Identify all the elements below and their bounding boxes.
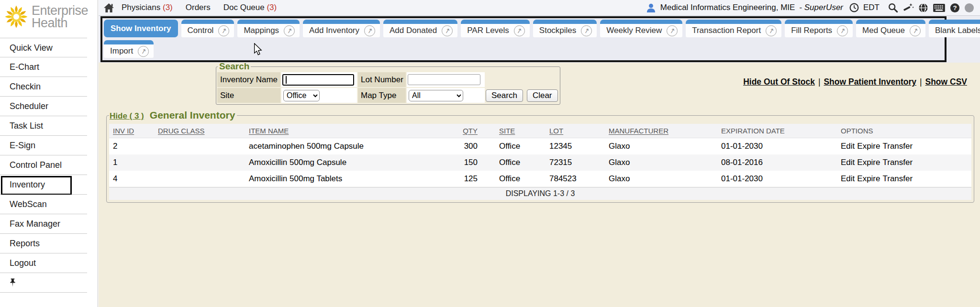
topbar-nav-orders[interactable]: Orders xyxy=(186,3,211,12)
app-logo: Enterprise Health xyxy=(0,0,98,31)
lot-number-input[interactable] xyxy=(408,74,480,85)
external-link-icon[interactable]: ↗ xyxy=(442,25,453,36)
cell-options: EditExpireTransfer xyxy=(837,154,971,171)
tab-par-levels[interactable]: PAR Levels↗ xyxy=(461,20,530,37)
transfer-action[interactable]: Transfer xyxy=(882,158,913,167)
external-link-icon[interactable]: ↗ xyxy=(667,25,678,36)
expire-action[interactable]: Expire xyxy=(857,174,880,183)
external-link-icon[interactable]: ↗ xyxy=(581,25,592,36)
link-show-patient-inventory[interactable]: Show Patient Inventory xyxy=(824,77,916,87)
tab-mappings[interactable]: Mappings↗ xyxy=(237,20,300,37)
external-link-icon[interactable]: ↗ xyxy=(766,25,777,36)
cell-site: Office xyxy=(487,171,546,187)
wand-button[interactable] xyxy=(902,2,914,13)
topbar-nav: Physicians (3)OrdersDoc Queue (3) xyxy=(122,3,277,12)
home-button[interactable] xyxy=(103,3,114,13)
edit-action[interactable]: Edit xyxy=(841,174,855,183)
status-dot-icon xyxy=(964,3,974,13)
sidebar-item-e-sign[interactable]: E-Sign xyxy=(0,136,87,155)
external-link-icon[interactable]: ↗ xyxy=(910,25,921,36)
inventory-name-input[interactable] xyxy=(282,74,354,86)
expire-action[interactable]: Expire xyxy=(857,158,880,167)
user-role: - SuperUser xyxy=(799,3,843,12)
sidebar-item-reports[interactable]: Reports xyxy=(0,234,87,253)
transfer-action[interactable]: Transfer xyxy=(882,142,913,151)
link-show-csv[interactable]: Show CSV xyxy=(925,77,967,87)
cell-drug-class xyxy=(154,138,245,155)
edit-action[interactable]: Edit xyxy=(841,158,855,167)
site-select[interactable]: Office xyxy=(283,90,320,101)
table-row: 4Amoxicillin 500mg Tablets125Office78452… xyxy=(109,171,971,187)
tab-med-queue[interactable]: Med Queue↗ xyxy=(856,20,925,37)
clear-button[interactable]: Clear xyxy=(527,89,558,102)
help-button[interactable]: ? xyxy=(950,3,960,13)
user-name[interactable]: Medical Informatics Engineering, MIE xyxy=(660,3,795,12)
tab-stockpiles[interactable]: Stockpiles↗ xyxy=(533,20,597,37)
map-type-label: Map Type xyxy=(358,88,406,103)
cell-inv-id: 2 xyxy=(109,138,154,155)
tab-blank-labels[interactable]: Blank Labels↗ xyxy=(929,20,980,37)
text-caret xyxy=(286,76,287,84)
tab-accent-strip xyxy=(929,20,980,24)
tab-add-donated[interactable]: Add Donated↗ xyxy=(383,20,457,37)
sidebar-item-fax-manager[interactable]: Fax Manager xyxy=(0,214,87,234)
global-search-button[interactable] xyxy=(888,2,898,13)
tab-transaction-report[interactable]: Transaction Report↗ xyxy=(686,20,781,37)
tab-control[interactable]: Control↗ xyxy=(181,20,234,37)
wand-icon xyxy=(902,2,914,13)
cell-expiration-date: 08-01-2016 xyxy=(717,154,837,171)
sidebar-item-inventory[interactable]: Inventory xyxy=(0,175,87,195)
external-link-icon[interactable]: ↗ xyxy=(837,25,848,36)
sidebar-item-control-panel[interactable]: Control Panel xyxy=(0,155,87,175)
external-link-icon[interactable]: ↗ xyxy=(364,25,375,36)
column-header-lot[interactable]: LOT xyxy=(546,124,605,138)
tab-import[interactable]: Import↗ xyxy=(104,40,154,58)
logo-line2: Health xyxy=(32,17,88,29)
pushpin-icon xyxy=(9,278,16,287)
link-hide-out-of-stock[interactable]: Hide Out Of Stock xyxy=(743,77,815,87)
globe-button[interactable] xyxy=(918,3,928,13)
sidebar-item-task-list[interactable]: Task List xyxy=(0,116,87,136)
sidebar-item-quick-view[interactable]: Quick View xyxy=(0,38,87,57)
cell-options: EditExpireTransfer xyxy=(837,138,971,155)
clock-button[interactable] xyxy=(849,3,859,12)
sidebar-pin-button[interactable] xyxy=(0,273,87,293)
tab-add-inventory[interactable]: Add Inventory↗ xyxy=(303,20,380,37)
tab-fill-reports[interactable]: Fill Reports↗ xyxy=(785,20,853,37)
cell-drug-class xyxy=(154,154,245,171)
column-header-manufacturer[interactable]: MANUFACTURER xyxy=(605,124,717,138)
map-type-select[interactable]: All xyxy=(409,90,463,101)
main-content: Search Inventory Name Lot Number Site Of… xyxy=(99,63,980,307)
cell-item-name: Amoxicillin 500mg Tablets xyxy=(245,171,453,187)
search-button[interactable]: Search xyxy=(486,89,523,102)
external-link-icon[interactable]: ↗ xyxy=(514,25,525,36)
sidebar-item-scheduler[interactable]: Scheduler xyxy=(0,97,87,116)
column-header-inv-id[interactable]: INV ID xyxy=(109,124,154,138)
tab-accent-strip xyxy=(303,20,380,24)
external-link-icon[interactable]: ↗ xyxy=(284,25,295,36)
external-link-icon[interactable]: ↗ xyxy=(138,46,149,57)
keyboard-button[interactable] xyxy=(933,3,946,12)
sidebar-item-webscan[interactable]: WebScan xyxy=(0,195,87,214)
tab-weekly-review[interactable]: Weekly Review↗ xyxy=(600,20,682,37)
hide-table-link[interactable]: Hide ( 3 ) xyxy=(110,111,144,121)
inventory-tab-frame: Show InventoryControl↗Mappings↗Add Inven… xyxy=(100,16,947,62)
tab-accent-strip xyxy=(533,20,597,24)
edit-action[interactable]: Edit xyxy=(841,142,855,151)
cell-site: Office xyxy=(487,138,546,155)
topbar-nav-doc-queue[interactable]: Doc Queue (3) xyxy=(223,3,277,12)
topbar-nav-physicians[interactable]: Physicians (3) xyxy=(122,3,173,12)
sidebar-item-logout[interactable]: Logout xyxy=(0,253,87,273)
tab-accent-strip xyxy=(600,20,682,24)
sidebar-item-checkin[interactable]: Checkin xyxy=(0,77,87,97)
column-header-site[interactable]: SITE xyxy=(487,124,546,138)
column-header-drug-class[interactable]: DRUG CLASS xyxy=(154,124,245,138)
tab-show-inventory[interactable]: Show Inventory xyxy=(104,20,178,37)
external-link-icon[interactable]: ↗ xyxy=(218,25,229,36)
search-panel-legend: Search xyxy=(218,63,251,72)
expire-action[interactable]: Expire xyxy=(857,142,880,151)
transfer-action[interactable]: Transfer xyxy=(882,174,913,183)
column-header-item-name[interactable]: ITEM NAME xyxy=(245,124,453,138)
sidebar-item-e-chart[interactable]: E-Chart xyxy=(0,57,87,77)
column-header-qty[interactable]: QTY xyxy=(453,124,487,138)
